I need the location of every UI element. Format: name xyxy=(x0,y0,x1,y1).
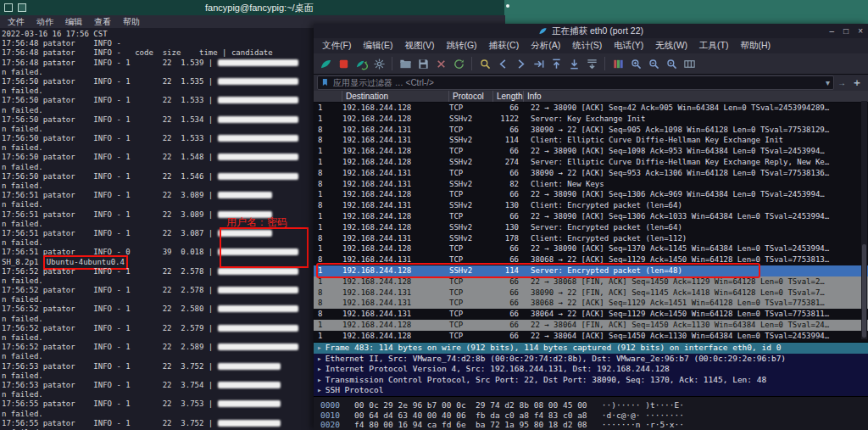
packet-row[interactable]: 1192.168.244.128TCP6622 → 38064 [ACK] Se… xyxy=(314,331,868,342)
go-first-icon[interactable] xyxy=(548,56,564,71)
zoom-in-icon[interactable] xyxy=(628,56,643,71)
packet-row[interactable]: 1192.168.244.128SSHv21122Server: Key Exc… xyxy=(314,114,868,125)
filter-add-button[interactable]: ＋ xyxy=(849,75,865,90)
filter-apply-icon[interactable]: → xyxy=(837,78,846,87)
wireshark-toolbar xyxy=(314,53,868,75)
packet-row[interactable]: 8192.168.244.131TCP6638090 → 22 [ACK] Se… xyxy=(314,125,868,136)
minimize-button[interactable]: – xyxy=(830,26,835,36)
close-capture-icon[interactable] xyxy=(433,56,448,71)
menu-item[interactable]: 编辑(E) xyxy=(357,40,398,52)
capture-options-icon[interactable] xyxy=(371,56,387,71)
detail-line[interactable]: ▸SSH Protocol xyxy=(314,385,868,396)
detail-line[interactable]: ▸Ethernet II, Src: VMware_74:d2:8b (00:0… xyxy=(314,354,868,365)
column-header-Protocol[interactable]: Protocol xyxy=(449,91,493,102)
packet-row[interactable]: 8192.168.244.131SSHv282Client: New Keys xyxy=(314,179,868,190)
capture-start-icon[interactable] xyxy=(318,56,333,71)
packet-row[interactable]: 8192.168.244.131TCP6638090 → 22 [FIN, AC… xyxy=(314,288,868,299)
column-header-Destination[interactable]: Destination xyxy=(342,91,449,102)
scrollbar-thumb[interactable] xyxy=(862,244,866,338)
menu-item[interactable]: 电话(Y) xyxy=(608,40,649,52)
wireshark-window[interactable]: 正在捕获 eth0 (port 22) –□× 文件(F)编辑(E)视图(V)跳… xyxy=(314,24,868,430)
expand-arrow-icon[interactable]: ▸ xyxy=(317,343,322,352)
terminal-menu-item[interactable]: 编辑 xyxy=(65,16,82,28)
packet-list-scrollbar[interactable] xyxy=(861,101,867,339)
packet-bytes-pane[interactable]: 0000 00 0c 29 2e 96 b7 00 0c 29 74 d2 8b… xyxy=(314,396,868,430)
expand-arrow-icon[interactable]: ▸ xyxy=(317,364,322,373)
menu-item[interactable]: 分析(A) xyxy=(525,40,566,52)
go-back-icon[interactable] xyxy=(495,56,510,71)
expand-arrow-icon[interactable]: ▸ xyxy=(317,385,322,394)
packet-row[interactable]: 1192.168.244.128SSHv2130Server: Encrypte… xyxy=(314,222,868,233)
find-packet-icon[interactable] xyxy=(477,56,492,71)
menu-item[interactable]: 帮助(H) xyxy=(735,40,777,52)
go-forward-icon[interactable] xyxy=(513,56,528,71)
open-file-icon[interactable] xyxy=(398,56,413,71)
hex-dump-line: 0010 00 64 d4 63 40 00 40 06 fb da c0 a8… xyxy=(320,410,868,421)
packet-row[interactable]: 8192.168.244.131TCP6638064 → 22 [ACK] Se… xyxy=(314,309,868,320)
redacted-candidate xyxy=(218,325,298,332)
reload-icon[interactable] xyxy=(451,56,466,71)
redacted-candidate xyxy=(218,192,272,198)
maximize-button[interactable]: □ xyxy=(843,26,849,36)
filter-dropdown-icon[interactable]: ▾ xyxy=(826,78,830,87)
save-file-icon[interactable] xyxy=(415,56,431,71)
column-header-Info[interactable]: Info xyxy=(524,91,868,102)
packet-row[interactable]: 1192.168.244.128TCP6622 → 38090 [ACK] Se… xyxy=(314,243,868,254)
colorize-icon[interactable] xyxy=(610,56,626,71)
display-filter-input[interactable]: 应用显示过滤器 … <Ctrl-/> ▾ xyxy=(317,75,834,90)
menu-item[interactable]: 捕获(C) xyxy=(483,40,526,52)
packet-row[interactable]: 8192.168.244.131SSHv2178Client: Encrypte… xyxy=(314,233,868,244)
detail-line[interactable]: ▸Internet Protocol Version 4, Src: 192.1… xyxy=(314,364,868,375)
expand-arrow-icon[interactable]: ▸ xyxy=(317,375,322,384)
app-menu-icon[interactable] xyxy=(18,3,26,12)
packet-row[interactable]: 1192.168.244.128TCP6622 → 38090 [ACK] Se… xyxy=(314,211,868,222)
packet-row[interactable]: 8192.168.244.131TCP6638068 → 22 [ACK] Se… xyxy=(314,298,868,309)
packet-row[interactable]: 1192.168.244.128TCP6622 → 38090 [ACK] Se… xyxy=(314,103,868,114)
packet-row[interactable]: 1192.168.244.128TCP6622 → 38090 [ACK] Se… xyxy=(314,146,868,157)
packet-row[interactable]: 8192.168.244.131TCP6638090 → 22 [ACK] Se… xyxy=(314,168,868,179)
annotation-password-box xyxy=(220,227,309,268)
packet-row[interactable]: 1192.168.244.128SSHv2274Server: Elliptic… xyxy=(314,157,868,168)
auto-scroll-icon[interactable] xyxy=(584,56,599,71)
go-last-icon[interactable] xyxy=(566,56,581,71)
packet-row[interactable]: 8192.168.244.131SSHv2114Client: Elliptic… xyxy=(314,135,868,146)
packet-row[interactable]: 1192.168.244.128TCP6622 → 38090 [ACK] Se… xyxy=(314,189,868,200)
toolbar-separator xyxy=(392,57,392,70)
detail-line[interactable]: ▸Frame 483: 114 bytes on wire (912 bits)… xyxy=(314,343,868,354)
filter-placeholder: 应用显示过滤器 … <Ctrl-/> xyxy=(333,77,822,89)
go-to-icon[interactable] xyxy=(531,56,546,71)
capture-restart-icon[interactable] xyxy=(353,56,369,71)
menu-item[interactable]: 视图(V) xyxy=(398,40,440,52)
zoom-reset-icon[interactable] xyxy=(664,56,679,71)
column-header-hidden[interactable] xyxy=(314,91,342,102)
zoom-out-icon[interactable] xyxy=(646,56,661,71)
terminal-menu-item[interactable]: 文件 xyxy=(8,16,25,28)
packet-row[interactable]: 1192.168.244.128TCP6622 → 38064 [FIN, AC… xyxy=(314,320,868,331)
menu-item[interactable]: 跳转(G) xyxy=(440,40,482,52)
terminal-menu-item[interactable]: 帮助 xyxy=(123,16,140,28)
close-button[interactable]: × xyxy=(858,26,863,36)
redacted-candidate xyxy=(218,287,298,293)
detail-line[interactable]: ▸Transmission Control Protocol, Src Port… xyxy=(314,375,868,386)
packet-row[interactable]: 8192.168.244.131SSHv2130Client: Encrypte… xyxy=(314,200,868,211)
redacted-candidate xyxy=(218,78,298,85)
wireshark-app-icon xyxy=(538,26,548,36)
menu-item[interactable]: 统计(S) xyxy=(566,40,608,52)
wireshark-titlebar[interactable]: 正在捕获 eth0 (port 22) –□× xyxy=(314,24,868,38)
redacted-candidate xyxy=(218,97,298,103)
redacted-candidate xyxy=(218,268,298,275)
menu-item[interactable]: 无线(W) xyxy=(649,40,693,52)
expand-arrow-icon[interactable]: ▸ xyxy=(317,354,322,363)
menu-item[interactable]: 文件(F) xyxy=(316,40,357,52)
resize-columns-icon[interactable] xyxy=(682,56,697,71)
packet-detail-pane: ▸Frame 483: 114 bytes on wire (912 bits)… xyxy=(314,342,868,396)
capture-stop-icon[interactable] xyxy=(336,56,351,71)
menu-item[interactable]: 工具(T) xyxy=(693,40,734,52)
column-header-Length[interactable]: Length xyxy=(493,91,524,102)
terminal-menu-item[interactable]: 查看 xyxy=(94,16,111,28)
redacted-candidate xyxy=(218,173,298,180)
bookmark-icon[interactable] xyxy=(321,77,330,89)
workspace-icon[interactable] xyxy=(4,3,13,12)
wireshark-title-text: 正在捕获 eth0 (port 22) xyxy=(552,25,643,37)
terminal-menu-item[interactable]: 动作 xyxy=(36,16,53,28)
